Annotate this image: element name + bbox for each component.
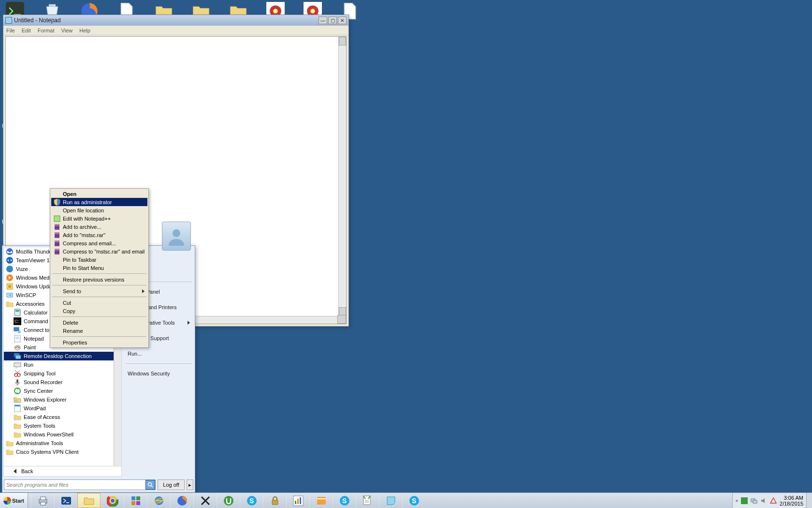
svg-text:S: S — [412, 497, 416, 505]
context-menu-rename[interactable]: Rename — [51, 327, 147, 335]
context-menu-cut[interactable]: Cut — [51, 299, 147, 307]
context-menu-delete[interactable]: Delete — [51, 318, 147, 327]
svg-rect-79 — [317, 497, 326, 505]
context-menu-pin-to-start-menu[interactable]: Pin to Start Menu — [51, 264, 147, 272]
context-menu-separator — [52, 273, 146, 274]
context-menu-add-to-mstsc-rar-[interactable]: Add to "mstsc.rar" — [51, 231, 147, 239]
taskbar-tiles[interactable] — [124, 493, 147, 508]
context-menu-restore-previous-versions[interactable]: Restore previous versions — [51, 275, 147, 284]
context-menu-separator — [52, 316, 146, 317]
start-menu-item-cisco-systems-vpn-client[interactable]: Cisco Systems VPN Client — [4, 448, 114, 456]
folder-icon — [14, 413, 21, 421]
svg-rect-50 — [55, 240, 59, 242]
taskbar-notepadpp[interactable] — [356, 493, 379, 508]
taskbar-skype1[interactable]: S — [240, 493, 263, 508]
start-button[interactable]: Start — [0, 493, 28, 508]
start-menu-item-label: Windows Explorer — [24, 397, 67, 403]
logoff-options-button[interactable]: ▸ — [187, 479, 193, 490]
winscp-icon — [6, 291, 14, 299]
user-avatar[interactable] — [162, 222, 191, 251]
start-menu-item-sound-recorder[interactable]: Sound Recorder — [4, 378, 114, 387]
svg-rect-42 — [54, 216, 60, 222]
taskbar-firefox[interactable] — [170, 493, 193, 508]
tray-network-icon[interactable] — [751, 497, 757, 504]
context-menu-properties[interactable]: Properties — [51, 338, 147, 346]
calc-icon — [14, 309, 21, 316]
show-desktop-button[interactable] — [806, 493, 812, 508]
start-menu-item-system-tools[interactable]: System Tools — [4, 421, 114, 430]
start-menu-item-remote-desktop-connection[interactable]: Remote Desktop Connection — [4, 352, 114, 360]
start-menu-right-windows-security[interactable]: Windows Security — [123, 366, 195, 381]
start-menu-right-run-[interactable]: Run... — [123, 346, 195, 361]
search-input[interactable]: Search programs and files — [4, 479, 156, 490]
start-menu-item-sync-center[interactable]: Sync Center — [4, 387, 114, 395]
taskbar-clock[interactable]: 3:06 AM 2/18/2015 — [780, 495, 803, 507]
context-menu-compress-to-mstsc-rar-and-email[interactable]: Compress to "mstsc.rar" and email — [51, 247, 147, 255]
taskbar-explorer[interactable] — [77, 493, 101, 508]
start-menu-item-windows-powershell[interactable]: Windows PowerShell — [4, 430, 114, 439]
menu-edit[interactable]: Edit — [22, 28, 31, 33]
svg-rect-38 — [14, 405, 20, 406]
taskbar-chart[interactable] — [286, 493, 309, 508]
context-menu-run-as-administrator[interactable]: Run as administrator — [51, 198, 147, 206]
search-icon[interactable] — [145, 480, 155, 490]
start-menu-item-label: WordPad — [24, 405, 46, 411]
menu-format[interactable]: Format — [38, 28, 55, 33]
tray-action-center-icon[interactable] — [770, 497, 777, 504]
start-menu-item-snipping-tool[interactable]: Snipping Tool — [4, 369, 114, 378]
start-menu-item-administrative-tools[interactable]: Administrative Tools — [4, 439, 114, 448]
wmp-icon — [6, 274, 14, 282]
rdp-icon — [14, 352, 21, 360]
taskbar-skype2[interactable]: S — [333, 493, 356, 508]
svg-rect-31 — [14, 363, 21, 367]
taskbar-ie[interactable] — [147, 493, 170, 508]
context-menu-edit-with-notepad-[interactable]: Edit with Notepad++ — [51, 214, 147, 223]
minimize-button[interactable]: — — [319, 16, 327, 24]
context-menu-copy[interactable]: Copy — [51, 307, 147, 315]
system-tray: « 3:06 AM 2/18/2015 — [732, 493, 806, 508]
taskbar-printer[interactable] — [31, 493, 54, 508]
start-menu-item-label: Remote Desktop Connection — [24, 353, 92, 359]
start-menu-item-windows-explorer[interactable]: Windows Explorer — [4, 395, 114, 404]
svg-rect-51 — [55, 243, 59, 245]
svg-rect-30 — [15, 355, 21, 359]
context-menu-open-file-location[interactable]: Open file location — [51, 206, 147, 214]
context-menu-send-to[interactable]: Send to — [51, 287, 147, 295]
menu-file[interactable]: File — [6, 28, 15, 33]
menu-view[interactable]: View — [61, 28, 73, 33]
svg-rect-44 — [55, 224, 59, 225]
scrollbar-vertical[interactable] — [338, 37, 346, 316]
svg-text:S: S — [249, 497, 254, 505]
start-menu-item-ease-of-access[interactable]: Ease of Access — [4, 413, 114, 421]
taskbar-chrome[interactable] — [101, 493, 124, 508]
svg-rect-77 — [297, 499, 299, 504]
start-menu-item-label: Cisco Systems VPN Client — [16, 449, 79, 455]
start-menu-item-wordpad[interactable]: WordPad — [4, 404, 114, 413]
tray-volume-icon[interactable] — [760, 497, 767, 504]
svg-rect-80 — [317, 498, 326, 499]
start-menu-item-run[interactable]: Run — [4, 360, 114, 369]
tray-expand-icon[interactable]: « — [736, 498, 738, 503]
context-menu-pin-to-taskbar[interactable]: Pin to Taskbar — [51, 255, 147, 264]
search-placeholder: Search programs and files — [6, 482, 68, 488]
taskbar-powershell[interactable] — [54, 493, 77, 508]
maximize-button[interactable]: ▢ — [328, 16, 337, 24]
context-menu-open[interactable]: Open — [51, 190, 147, 198]
notepad-titlebar[interactable]: Untitled - Notepad — ▢ ✕ — [3, 15, 348, 26]
taskbar-outlook[interactable] — [309, 493, 333, 508]
taskbar-utorrent[interactable] — [217, 493, 240, 508]
menu-help[interactable]: Help — [79, 28, 90, 33]
tray-status-icon[interactable] — [741, 497, 748, 504]
taskbar-xlaunch[interactable] — [193, 493, 217, 508]
context-menu-add-to-archive-[interactable]: Add to archive... — [51, 223, 147, 231]
taskbar-skype3[interactable]: S — [402, 493, 425, 508]
start-menu-back[interactable]: Back — [4, 466, 121, 476]
taskbar-lock[interactable] — [263, 493, 286, 508]
logoff-button[interactable]: Log off — [158, 479, 185, 490]
soundrec-icon — [14, 378, 21, 386]
folder-icon — [14, 431, 21, 438]
taskbar-sticky[interactable] — [379, 493, 402, 508]
context-menu-compress-and-email-[interactable]: Compress and email... — [51, 239, 147, 247]
close-button[interactable]: ✕ — [338, 16, 347, 24]
folder-icon — [6, 439, 14, 447]
